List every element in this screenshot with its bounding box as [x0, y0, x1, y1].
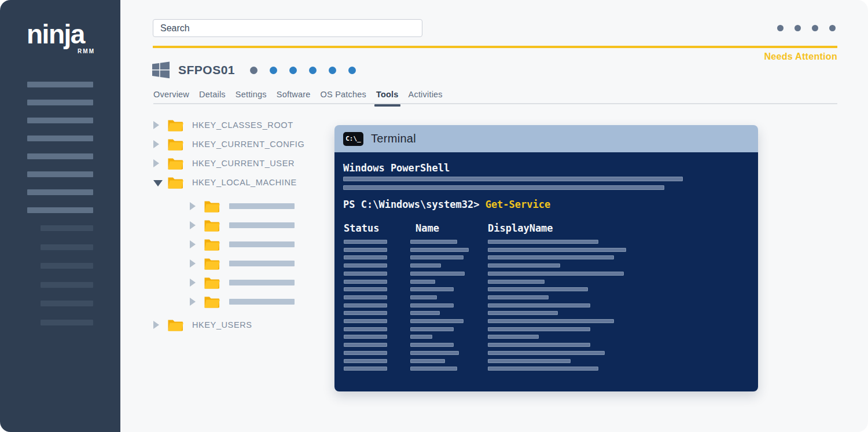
terminal-output[interactable]: Windows PowerShell PS C:\Windows\system3… [334, 152, 758, 391]
windows-logo-icon [152, 61, 170, 79]
device-status-dot [348, 67, 356, 74]
sidebar-nav-item-placeholder [27, 171, 93, 177]
header-menu-dots[interactable] [777, 25, 836, 31]
tree-item-placeholder[interactable] [190, 216, 295, 235]
tree-item-label-placeholder [229, 261, 295, 266]
name-value-placeholder [410, 295, 437, 299]
tree-item-placeholder[interactable] [190, 197, 295, 215]
powershell-banner: Windows PowerShell [343, 162, 450, 174]
sidebar-subnav-item-placeholder [41, 282, 93, 288]
folder-icon [167, 156, 183, 170]
device-status-dot [250, 67, 258, 74]
name-value-placeholder [410, 359, 445, 363]
sidebar-subnav-item-placeholder [41, 225, 93, 231]
name-value-placeholder [410, 248, 469, 252]
chevron-right-icon[interactable] [153, 321, 161, 329]
chevron-right-icon[interactable] [190, 279, 198, 287]
status-value-placeholder [344, 327, 387, 331]
name-value-placeholder [410, 272, 465, 276]
sidebar-nav-item-placeholder [27, 136, 93, 141]
menu-dot[interactable] [812, 25, 818, 31]
folder-icon [204, 199, 220, 213]
chevron-right-icon[interactable] [153, 121, 161, 129]
terminal-title: Terminal [371, 132, 416, 145]
tree-item-label: HKEY_CURRENT_CONFIG [192, 140, 304, 149]
tree-item-hkey_current_user[interactable]: HKEY_CURRENT_USER [153, 154, 295, 173]
sidebar-nav-item-placeholder [27, 189, 93, 195]
tree-item-label-placeholder [229, 222, 295, 228]
sidebar-subnav-item-placeholder [41, 263, 93, 269]
displayname-value-placeholder [488, 248, 626, 252]
menu-dot[interactable] [829, 25, 836, 31]
device-header: SFPOS01 [152, 61, 356, 79]
terminal-titlebar: C:\_ Terminal [334, 125, 758, 152]
sidebar: ninja RMM [0, 0, 120, 432]
displayname-value-placeholder [488, 295, 549, 299]
name-value-placeholder [410, 303, 454, 307]
column-header-displayname: DisplayName [488, 222, 553, 234]
name-value-placeholder [410, 319, 464, 323]
folder-icon [167, 318, 183, 332]
tree-item-label-placeholder [229, 299, 295, 305]
menu-dot[interactable] [795, 25, 801, 31]
app-window: ninja RMM Needs Attention SFPOS01 Overvi… [0, 0, 868, 432]
device-status-dots [250, 67, 356, 74]
displayname-value-placeholder [488, 311, 558, 315]
tree-item-hkey_users[interactable]: HKEY_USERS [153, 316, 252, 334]
tree-item-placeholder[interactable] [190, 254, 295, 273]
displayname-value-placeholder [488, 263, 560, 268]
tree-item-label: HKEY_CLASSES_ROOT [192, 120, 293, 130]
column-header-name: Name [415, 222, 439, 234]
status-value-placeholder [344, 272, 387, 276]
status-value-placeholder [344, 311, 387, 315]
status-value-placeholder [344, 359, 387, 363]
displayname-value-placeholder [488, 327, 590, 331]
sidebar-subnav-item-placeholder [41, 320, 93, 325]
tree-item-label-placeholder [229, 280, 295, 285]
tree-item-hkey_classes_root[interactable]: HKEY_CLASSES_ROOT [153, 116, 293, 134]
status-value-placeholder [344, 303, 387, 307]
displayname-value-placeholder [488, 359, 571, 363]
device-name: SFPOS01 [178, 63, 235, 77]
chevron-right-icon[interactable] [153, 159, 161, 167]
command-text: Get-Service [486, 199, 551, 210]
name-value-placeholder [410, 255, 464, 259]
displayname-value-placeholder [488, 335, 539, 339]
displayname-value-placeholder [488, 255, 614, 259]
chevron-right-icon[interactable] [190, 202, 198, 210]
chevron-right-icon[interactable] [190, 221, 198, 229]
folder-icon [167, 137, 183, 151]
chevron-right-icon[interactable] [190, 298, 198, 306]
name-value-placeholder [410, 351, 459, 355]
device-status-dot [289, 67, 297, 74]
tree-item-placeholder[interactable] [190, 273, 295, 292]
chevron-down-icon[interactable] [153, 179, 161, 186]
folder-icon [204, 276, 220, 290]
status-value-placeholder [344, 248, 387, 252]
tree-item-label: HKEY_LOCAL_MACHINE [192, 178, 297, 187]
tree-item-placeholder[interactable] [190, 292, 295, 311]
sidebar-nav-item-placeholder [27, 100, 93, 105]
tree-item-hkey_current_config[interactable]: HKEY_CURRENT_CONFIG [153, 135, 304, 153]
name-value-placeholder [410, 287, 454, 291]
sidebar-nav-item-placeholder [27, 82, 93, 87]
menu-dot[interactable] [777, 25, 784, 31]
status-value-placeholder [344, 263, 387, 268]
tree-item-placeholder[interactable] [190, 235, 295, 254]
displayname-value-placeholder [488, 303, 590, 307]
status-value-placeholder [344, 280, 387, 284]
needs-attention-status: Needs Attention [606, 52, 837, 62]
search-input[interactable] [153, 19, 422, 37]
tree-item-hkey_local_machine[interactable]: HKEY_LOCAL_MACHINE [153, 173, 297, 192]
status-value-placeholder [344, 319, 387, 323]
chevron-right-icon[interactable] [153, 140, 161, 148]
chevron-right-icon[interactable] [190, 259, 198, 268]
sidebar-nav-item-placeholder [27, 118, 93, 123]
sidebar-subnav-item-placeholder [41, 301, 93, 306]
status-value-placeholder [344, 367, 387, 371]
chevron-right-icon[interactable] [190, 240, 198, 248]
prompt-line: PS C:\Windows\system32> Get-Service [343, 199, 550, 210]
displayname-value-placeholder [488, 240, 598, 244]
status-value-placeholder [344, 255, 387, 259]
sidebar-nav-item-placeholder [27, 207, 93, 213]
